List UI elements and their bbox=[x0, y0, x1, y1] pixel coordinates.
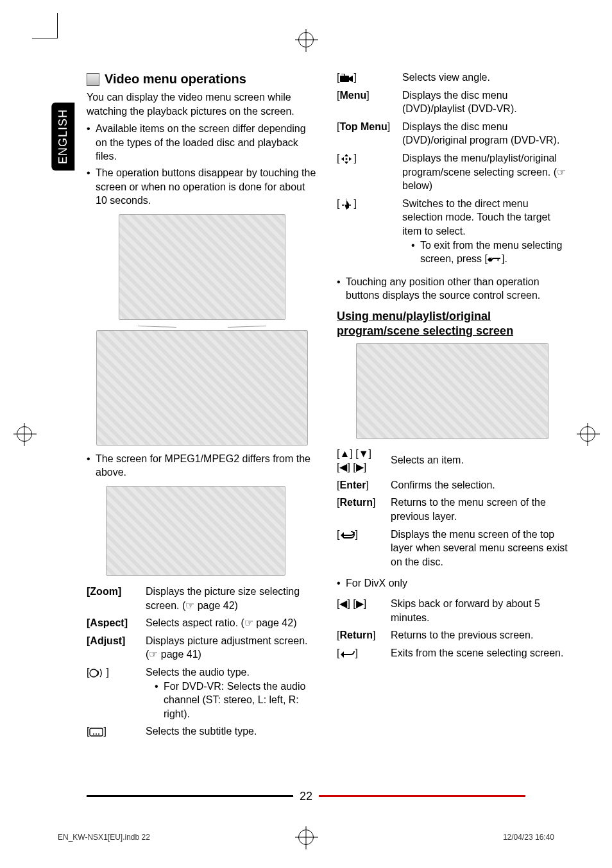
def-key: [▲] [▼] [◀] [▶] bbox=[337, 447, 391, 478]
definitions-right-mid: [▲] [▼] [◀] [▶] Selects an item. [Enter]… bbox=[337, 447, 568, 573]
key-label: [Aspect] bbox=[87, 617, 128, 628]
video-menu-screenshot-2 bbox=[106, 486, 285, 576]
def-key: [ ] bbox=[337, 71, 402, 88]
touch-select-icon bbox=[339, 199, 353, 210]
def-val: Displays the disc menu (DVD)/original pr… bbox=[402, 120, 568, 151]
triangle-right-icon: ▶ bbox=[356, 462, 364, 472]
registration-mark-left bbox=[17, 426, 32, 442]
def-val: Selects the audio type. For DVD-VR: Sele… bbox=[146, 665, 318, 724]
audio-sub-item: For DVD-VR: Selects the audio channel (S… bbox=[155, 680, 318, 721]
def-row-lr: [◀] [▶] Skips back or forward by about 5… bbox=[337, 597, 568, 628]
right-note-list: Touching any position other than operati… bbox=[337, 275, 568, 303]
def-key: [ ] bbox=[337, 646, 391, 664]
subtitle-icon bbox=[89, 726, 103, 738]
divx-header: For DivX only bbox=[337, 576, 568, 590]
key-label: Return bbox=[339, 630, 373, 640]
definitions-right-top: [ ] Selects view angle. [Menu] Displays … bbox=[337, 71, 568, 270]
def-row-return: [Return] Returns to the menu screen of t… bbox=[337, 496, 568, 527]
def-key: [ ] bbox=[337, 197, 402, 270]
back-arrow-icon bbox=[339, 529, 355, 540]
svg-point-2 bbox=[93, 733, 94, 735]
triangle-down-icon: ▼ bbox=[359, 448, 369, 459]
def-val: Displays picture adjustment screen. (☞ p… bbox=[146, 634, 318, 665]
page-number: 22 bbox=[300, 789, 312, 804]
content-area: Video menu operations You can display th… bbox=[87, 71, 568, 742]
video-menu-screenshot-1 bbox=[96, 330, 308, 446]
def-key: [ ] bbox=[87, 665, 146, 724]
def-val: Confirms the selection. bbox=[391, 478, 568, 496]
registration-mark-bottom bbox=[298, 830, 314, 847]
def-row-direct: [ ] Switches to the direct menu selectio… bbox=[337, 197, 568, 270]
footer-left: EN_KW-NSX1[EU].indb 22 bbox=[58, 832, 150, 842]
def-key: [ ] bbox=[337, 528, 391, 573]
def-row-angle: [ ] Selects view angle. bbox=[337, 71, 568, 88]
def-key: [Menu] bbox=[337, 88, 402, 120]
def-val: Displays the menu/playlist/original prog… bbox=[402, 151, 568, 197]
footer-right: 12/04/23 16:40 bbox=[503, 832, 554, 842]
def-val: Skips back or forward by about 5 minutes… bbox=[391, 597, 568, 628]
def-key: [Adjust] bbox=[87, 634, 146, 665]
def-row-back2: [ ] Exits from the scene selecting scree… bbox=[337, 646, 568, 664]
divx-header-list: For DivX only bbox=[337, 576, 568, 590]
triangle-up-icon: ▲ bbox=[339, 448, 350, 459]
language-tab: ENGLISH bbox=[51, 103, 74, 171]
svg-point-3 bbox=[96, 733, 97, 735]
key-label: Top Menu bbox=[339, 121, 387, 132]
triangle-left-icon: ◀ bbox=[339, 462, 347, 472]
page-rule-right bbox=[319, 795, 525, 797]
intro-text: You can display the video menu screen wh… bbox=[87, 90, 318, 118]
key-label: [Adjust] bbox=[87, 635, 125, 646]
direct-sub-text-b: ]. bbox=[502, 253, 507, 264]
triangle-left-icon: ◀ bbox=[339, 598, 347, 609]
def-row-enter: [Enter] Confirms the selection. bbox=[337, 478, 568, 496]
def-val: Returns to the menu screen of the previo… bbox=[391, 496, 568, 527]
bullet-item: Available items on the screen differ dep… bbox=[87, 122, 318, 163]
page-number-bar: 22 bbox=[0, 789, 612, 804]
subsection-title: Using menu/playlist/original program/sce… bbox=[337, 309, 568, 339]
section-bullet-icon bbox=[87, 73, 99, 86]
def-row-arrows: [▲] [▼] [◀] [▶] Selects an item. bbox=[337, 447, 568, 478]
def-val: Selects view angle. bbox=[402, 71, 568, 88]
left-column: Video menu operations You can display th… bbox=[87, 71, 318, 742]
section-title: Video menu operations bbox=[105, 71, 246, 88]
svg-rect-1 bbox=[90, 728, 103, 736]
illustration-connector bbox=[87, 322, 318, 330]
audio-text: Selects the audio type. bbox=[146, 667, 250, 678]
def-val: Returns to the previous screen. bbox=[391, 628, 568, 646]
def-row-back: [ ] Displays the menu screen of the top … bbox=[337, 528, 568, 573]
def-row-zoom: [Zoom] Displays the picture size selecti… bbox=[87, 585, 318, 616]
def-val: Selects aspect ratio. (☞ page 42) bbox=[146, 616, 318, 634]
note-list: The screen for MPEG1/MPEG2 differs from … bbox=[87, 452, 318, 480]
def-row-return2: [Return] Returns to the previous screen. bbox=[337, 628, 568, 646]
def-key: [◀] [▶] bbox=[337, 597, 391, 628]
def-key: [Enter] bbox=[337, 478, 391, 496]
key-label: Return bbox=[339, 497, 373, 508]
svg-point-0 bbox=[90, 669, 98, 677]
crop-mark-top-left bbox=[32, 13, 58, 38]
def-key: [Top Menu] bbox=[337, 120, 402, 151]
touch-illustration bbox=[119, 214, 285, 320]
definitions-left: [Zoom] Displays the picture size selecti… bbox=[87, 585, 318, 742]
def-key: [Aspect] bbox=[87, 616, 146, 634]
def-row-aspect: [Aspect] Selects aspect ratio. (☞ page 4… bbox=[87, 616, 318, 634]
def-key: [Return] bbox=[337, 496, 391, 527]
definitions-divx: [◀] [▶] Skips back or forward by about 5… bbox=[337, 597, 568, 664]
def-row-menu: [Menu] Displays the disc menu (DVD)/play… bbox=[337, 88, 568, 120]
registration-mark-right bbox=[580, 426, 595, 442]
note-item: The screen for MPEG1/MPEG2 differs from … bbox=[87, 452, 318, 480]
def-val: Displays the picture size selecting scre… bbox=[146, 585, 318, 616]
footer: EN_KW-NSX1[EU].indb 22 12/04/23 16:40 bbox=[58, 832, 554, 842]
key-label: Enter bbox=[339, 480, 366, 490]
camera-angle-icon bbox=[339, 72, 353, 84]
def-val: Exits from the scene selecting screen. bbox=[391, 646, 568, 664]
registration-mark-top bbox=[298, 32, 314, 47]
back-arrow-icon bbox=[488, 254, 502, 265]
right-column: [ ] Selects view angle. [Menu] Displays … bbox=[337, 71, 568, 742]
def-key: [Zoom] bbox=[87, 585, 146, 616]
svg-rect-5 bbox=[340, 76, 349, 82]
bullet-item: The operation buttons disappear by touch… bbox=[87, 166, 318, 208]
def-row-navpad: [ ] Displays the menu/playlist/original … bbox=[337, 151, 568, 197]
key-label: [Zoom] bbox=[87, 586, 121, 597]
section-header: Video menu operations bbox=[87, 71, 318, 88]
menu-selecting-screenshot bbox=[356, 343, 548, 439]
